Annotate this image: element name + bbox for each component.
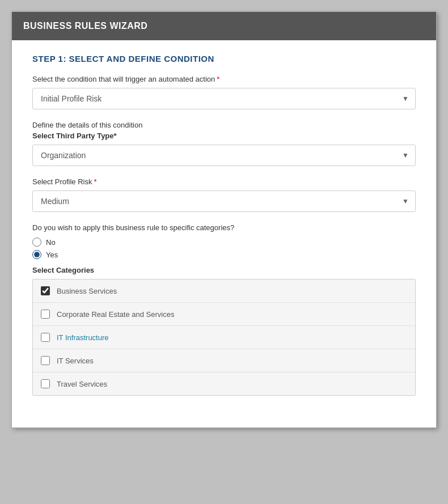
define-section: Define the details of this condition Sel…: [32, 121, 416, 140]
category-checkbox-business-services[interactable]: [41, 286, 50, 295]
category-checkbox-it-infrastructure[interactable]: [41, 333, 50, 342]
wizard-body: STEP 1: SELECT AND DEFINE CONDITION Sele…: [12, 40, 436, 427]
define-label: Define the details of this condition: [32, 121, 416, 129]
category-item-it-services: IT Services: [33, 349, 415, 372]
category-item-travel-services: Travel Services: [33, 372, 415, 395]
third-party-label: Select Third Party Type*: [32, 132, 416, 140]
specific-categories-field-group: Do you wish to apply this business rule …: [32, 223, 416, 396]
category-label-corporate-real-estate: Corporate Real Estate and Services: [57, 310, 174, 319]
step-title: STEP 1: SELECT AND DEFINE CONDITION: [32, 54, 416, 63]
third-party-field-group: Organization Individual ▼: [32, 145, 416, 166]
category-item-corporate-real-estate: Corporate Real Estate and Services: [33, 303, 415, 326]
category-item-it-infrastructure: IT Infrastructure: [33, 326, 415, 349]
category-label-it-infrastructure: IT Infrastructure: [57, 333, 109, 342]
radio-no-item[interactable]: No: [32, 238, 416, 247]
third-party-dropdown[interactable]: Organization Individual: [32, 145, 416, 166]
radio-no-label: No: [46, 238, 56, 247]
radio-yes-label: Yes: [46, 251, 58, 259]
radio-yes-item[interactable]: Yes: [32, 250, 416, 259]
wizard-header: BUSINESS RULES WIZARD: [12, 12, 436, 40]
profile-risk-field-group: Select Profile Risk* Low Medium High ▼: [32, 177, 416, 212]
condition-dropdown[interactable]: Initial Profile Risk Profile Risk Change…: [32, 88, 416, 109]
radio-group: No Yes: [32, 238, 416, 259]
profile-risk-required-star: *: [94, 177, 96, 186]
category-checkbox-travel-services[interactable]: [41, 379, 50, 388]
category-item-business-services: Business Services: [33, 279, 415, 303]
third-party-required-star: *: [114, 132, 117, 140]
wizard-container: BUSINESS RULES WIZARD STEP 1: SELECT AND…: [11, 11, 437, 428]
select-categories-label: Select Categories: [32, 266, 416, 274]
wizard-title: BUSINESS RULES WIZARD: [23, 21, 147, 31]
third-party-dropdown-wrapper: Organization Individual ▼: [32, 145, 416, 166]
condition-required-star: *: [217, 75, 219, 83]
categories-list: Business Services Corporate Real Estate …: [32, 279, 416, 396]
category-label-it-services: IT Services: [57, 357, 94, 365]
radio-no-input[interactable]: [32, 238, 41, 247]
category-checkbox-corporate-real-estate[interactable]: [41, 310, 50, 319]
condition-dropdown-wrapper: Initial Profile Risk Profile Risk Change…: [32, 88, 416, 109]
radio-yes-input[interactable]: [32, 250, 41, 259]
profile-risk-dropdown[interactable]: Low Medium High: [32, 190, 416, 212]
category-label-business-services: Business Services: [57, 287, 117, 295]
condition-field-group: Select the condition that will trigger a…: [32, 75, 416, 109]
category-label-travel-services: Travel Services: [57, 380, 107, 388]
category-checkbox-it-services[interactable]: [41, 356, 50, 365]
profile-risk-label: Select Profile Risk*: [32, 177, 416, 186]
condition-label: Select the condition that will trigger a…: [32, 75, 416, 83]
profile-risk-dropdown-wrapper: Low Medium High ▼: [32, 190, 416, 212]
specific-categories-question: Do you wish to apply this business rule …: [32, 223, 416, 232]
